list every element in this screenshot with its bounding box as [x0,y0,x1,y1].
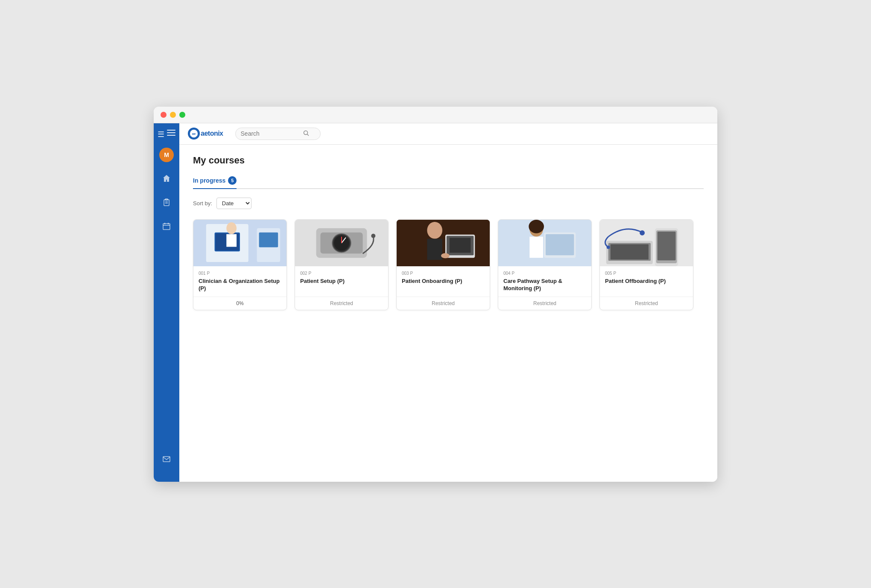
browser-window: M [154,107,717,482]
svg-rect-50 [611,244,649,259]
app-layout: M [154,123,717,482]
course-card[interactable]: 001 PClinician & Organization Setup (P)0… [193,219,287,310]
sidebar: M [154,123,179,482]
svg-rect-2 [167,135,175,136]
svg-rect-21 [226,234,237,247]
sort-label: Sort by: [193,200,212,207]
sidebar-clipboard-icon[interactable] [159,195,174,210]
svg-point-34 [427,221,442,239]
svg-rect-3 [164,200,169,206]
course-thumbnail [397,220,490,267]
svg-line-15 [307,134,309,136]
course-thumbnail [498,220,591,267]
course-info: 002 PPatient Setup (P) [295,267,388,297]
course-code: 003 P [402,271,485,276]
page-title: My courses [193,155,704,166]
svg-point-14 [304,131,307,134]
course-code: 002 P [300,271,383,276]
course-title: Patient Setup (P) [300,277,383,285]
course-code: 005 P [605,271,688,276]
traffic-light-red[interactable] [161,112,167,118]
course-card[interactable]: 002 PPatient Setup (P)Restricted [295,219,389,310]
svg-rect-0 [167,130,175,131]
course-card[interactable]: 005 PPatient Offboarding (P)Restricted [599,219,693,310]
course-title: Patient Offboarding (P) [605,277,688,285]
svg-point-43 [529,220,544,233]
course-card[interactable]: 004 PCare Pathway Setup & Monitoring (P)… [498,219,592,310]
svg-rect-7 [163,224,170,230]
title-bar [154,107,717,123]
course-thumbnail [193,220,286,267]
course-card[interactable]: 003 PPatient Onboarding (P)Restricted [396,219,490,310]
logo-text: aetonix [201,130,223,137]
top-bar: ae aetonix [179,123,717,145]
traffic-light-green[interactable] [179,112,185,118]
svg-rect-44 [529,236,543,258]
course-footer: Restricted [600,297,693,310]
svg-point-31 [371,233,375,238]
sidebar-home-icon[interactable] [159,171,174,186]
tab-in-progress[interactable]: In progress 5 [193,173,237,189]
main-content: ae aetonix My cours [179,123,717,482]
sort-select[interactable]: Date [216,198,251,209]
course-footer: Restricted [397,297,490,310]
svg-rect-23 [259,232,278,247]
course-footer: 0% [193,297,286,310]
traffic-light-yellow[interactable] [170,112,176,118]
sort-bar: Sort by: Date [193,198,704,209]
course-thumbnail [295,220,388,267]
course-info: 004 PCare Pathway Setup & Monitoring (P) [498,267,591,297]
courses-grid: 001 PClinician & Organization Setup (P)0… [193,219,704,310]
course-title: Care Pathway Setup & Monitoring (P) [503,277,586,292]
page-body: My courses In progress 5 Sort by: Date [179,145,717,482]
course-info: 005 PPatient Offboarding (P) [600,267,693,297]
course-title: Clinician & Organization Setup (P) [199,277,281,292]
sidebar-calendar-icon[interactable] [159,218,174,234]
svg-point-39 [441,253,450,258]
tab-in-progress-badge: 5 [228,176,237,185]
sidebar-avatar[interactable]: M [159,148,174,162]
course-code: 004 P [503,271,586,276]
logo-circle: ae [188,128,200,140]
svg-rect-33 [397,220,490,266]
course-footer: Restricted [498,297,591,310]
logo: ae aetonix [188,128,223,140]
course-info: 003 PPatient Onboarding (P) [397,267,490,297]
course-title: Patient Onboarding (P) [402,277,485,285]
svg-point-55 [607,245,610,249]
svg-text:ae: ae [192,132,196,136]
tab-in-progress-label: In progress [193,177,225,184]
svg-rect-53 [658,231,676,260]
course-info: 001 PClinician & Organization Setup (P) [193,267,286,297]
svg-point-54 [640,230,645,235]
search-input[interactable] [241,130,301,137]
svg-rect-38 [450,238,471,253]
sidebar-email-icon[interactable] [159,451,174,466]
search-icon [303,130,309,137]
svg-rect-46 [546,234,574,255]
svg-point-20 [226,222,237,234]
search-bar[interactable] [235,128,321,140]
course-thumbnail [600,220,693,267]
svg-rect-35 [427,239,442,260]
course-footer: Restricted [295,297,388,310]
course-code: 001 P [199,271,281,276]
tabs: In progress 5 [193,173,704,189]
sidebar-bottom [159,451,174,475]
sidebar-menu-icon[interactable] [158,128,175,139]
svg-rect-11 [163,457,170,462]
svg-rect-1 [167,132,175,133]
